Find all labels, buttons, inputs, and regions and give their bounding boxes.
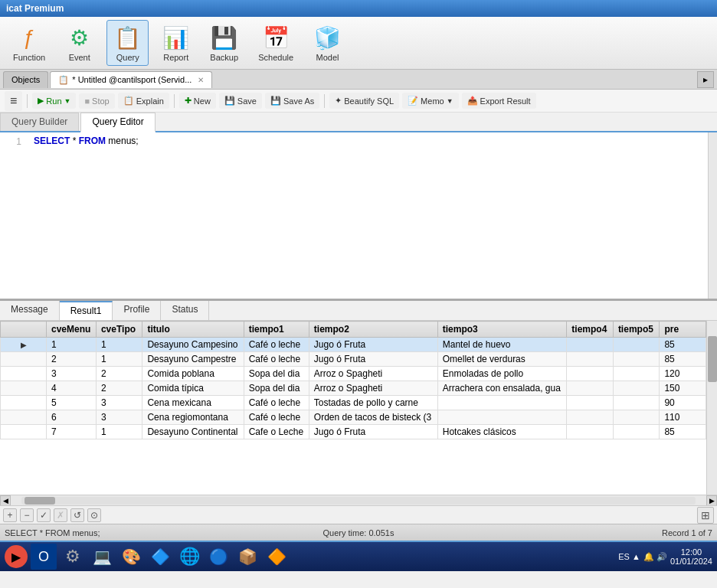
cell-1-8: 85 — [660, 352, 706, 367]
taskbar-edge[interactable]: 🔵 — [205, 544, 231, 570]
col-pre[interactable]: pre — [660, 322, 706, 338]
tab-label-objects: Objects — [11, 75, 40, 84]
editor-scrollbar[interactable] — [708, 132, 717, 299]
col-cvetipo[interactable]: cveTipo — [96, 322, 142, 338]
horizontal-scrollbar[interactable]: ◀ ▶ — [0, 495, 717, 505]
cell-3-8: 150 — [660, 381, 706, 396]
taskbar-paint[interactable]: 🎨 — [118, 544, 144, 570]
col-tiempo2[interactable]: tiempo2 — [309, 322, 437, 338]
table-row[interactable]: ▶11Desayuno CampesinoCafé o lecheJugo ó … — [1, 338, 706, 352]
hscroll-track[interactable] — [21, 497, 696, 505]
hamburger-menu[interactable]: ≡ — [5, 91, 22, 111]
col-tiempo5[interactable]: tiempo5 — [613, 322, 660, 338]
tab-query-editor[interactable]: Query Editor — [80, 113, 155, 132]
data-table-container[interactable]: cveMenu cveTipo titulo tiempo1 tiempo2 t… — [0, 321, 717, 495]
col-tiempo1[interactable]: tiempo1 — [244, 322, 309, 338]
grid-view-button[interactable]: ⊞ — [697, 507, 714, 524]
cell-5-5 — [437, 410, 567, 425]
cell-4-0: 5 — [47, 396, 97, 410]
explain-button[interactable]: 📋 Explain — [118, 93, 169, 109]
cell-3-7 — [613, 381, 660, 396]
confirm-button[interactable]: ✓ — [37, 508, 51, 522]
cell-2-1: 2 — [96, 367, 142, 381]
save-button[interactable]: 💾 Save — [219, 93, 262, 109]
tab-status[interactable]: Status — [161, 301, 209, 320]
ribbon-btn-event[interactable]: ⚙ Event — [58, 20, 100, 66]
title-text: icat Premium — [6, 3, 64, 14]
tab-actions[interactable]: ▸ — [697, 71, 714, 88]
ribbon-btn-function[interactable]: ƒ Function — [6, 20, 52, 66]
delete-row-button[interactable]: − — [20, 508, 34, 522]
col-titulo[interactable]: titulo — [142, 322, 244, 338]
col-tiempo4[interactable]: tiempo4 — [567, 322, 614, 338]
ribbon-toolbar: ƒ Function ⚙ Event 📋 Query 📊 Report 💾 Ba… — [0, 17, 717, 69]
cell-1-7 — [613, 352, 660, 367]
hscroll-left[interactable]: ◀ — [0, 495, 11, 506]
tab-query-builder[interactable]: Query Builder — [0, 113, 79, 131]
result-tabs: Message Result1 Profile Status — [0, 301, 717, 321]
taskbar-orange[interactable]: 🔶 — [264, 544, 290, 570]
taskbar-vs[interactable]: 💻 — [89, 544, 115, 570]
scrollbar-thumb[interactable] — [708, 336, 717, 382]
table-row[interactable]: 53Cena mexicanaCafé o lecheTostadas de p… — [1, 396, 706, 410]
col-cvemenu[interactable]: cveMenu — [47, 322, 97, 338]
row-indicator — [1, 381, 47, 396]
taskbar-settings[interactable]: ⚙ — [60, 544, 86, 570]
table-row[interactable]: 42Comida típicaSopa del diaArroz o Spagh… — [1, 381, 706, 396]
hscroll-thumb[interactable] — [25, 497, 55, 505]
table-row[interactable]: 21Desayuno CampestreCafé o lecheJugo ó F… — [1, 352, 706, 367]
tab-item-objects[interactable]: Objects — [3, 71, 48, 88]
tab-result1[interactable]: Result1 — [60, 301, 113, 320]
ribbon-btn-backup[interactable]: 💾 Backup — [203, 20, 245, 66]
table-row[interactable]: 63Cena regiomontanaCafé o lecheOrden de … — [1, 410, 706, 425]
vertical-scrollbar[interactable] — [706, 321, 717, 495]
options-button[interactable]: ⊙ — [87, 508, 101, 522]
taskbar: ▶ O ⚙ 💻 🎨 🔷 🌐 🔵 📦 🔶 ES ▲ 🔔 🔊 12:00 01/01… — [0, 541, 717, 571]
tab-message[interactable]: Message — [0, 301, 60, 320]
tab-profile[interactable]: Profile — [113, 301, 161, 320]
ribbon-btn-model[interactable]: 🧊 Model — [306, 20, 349, 66]
taskbar-chrome[interactable]: 🌐 — [176, 544, 202, 570]
row-indicator — [1, 367, 47, 381]
cell-3-1: 2 — [96, 381, 142, 396]
new-button[interactable]: ✚ New — [179, 93, 216, 109]
cancel-button[interactable]: ✗ — [54, 508, 67, 522]
new-label: New — [194, 96, 211, 106]
tab-icon-untitled: 📋 — [58, 75, 69, 85]
cell-0-0: 1 — [47, 338, 97, 352]
beautify-button[interactable]: ✦ Beautify SQL — [329, 93, 399, 109]
run-button[interactable]: ▶ Run ▼ — [32, 93, 76, 109]
taskbar-blue1[interactable]: 🔷 — [147, 544, 173, 570]
cell-3-5: Arrachera con ensalada, gua — [437, 381, 567, 396]
col-tiempo3[interactable]: tiempo3 — [437, 322, 567, 338]
cell-2-6 — [567, 367, 614, 381]
export-result-button[interactable]: 📤 Export Result — [462, 93, 536, 109]
hscroll-right[interactable]: ▶ — [706, 495, 717, 506]
refresh-button[interactable]: ↺ — [70, 508, 84, 522]
ribbon-label-schedule: Schedule — [258, 53, 293, 62]
table-row[interactable]: 32Comida poblanaSopa del diaArroz o Spag… — [1, 367, 706, 381]
memo-button[interactable]: 📝 Memo ▼ — [402, 93, 458, 109]
cell-2-7 — [613, 367, 660, 381]
cell-3-4: Arroz o Spagheti — [309, 381, 437, 396]
cell-0-6 — [567, 338, 614, 352]
tab-close-untitled[interactable]: ✕ — [198, 76, 204, 84]
tab-item-untitled[interactable]: 📋* Untitled @cantilsport (Servid...✕ — [50, 71, 212, 88]
save-as-button[interactable]: 💾 Save As — [265, 93, 319, 109]
editor-area[interactable]: 1 SELECT * FROM menus; — [0, 132, 717, 301]
view-tabs: Query Builder Query Editor — [0, 113, 717, 132]
stop-button[interactable]: ■ Stop — [79, 93, 114, 109]
new-tab-btn[interactable]: ▸ — [697, 71, 714, 88]
cell-4-4: Tostadas de pollo y carne — [309, 396, 437, 410]
ribbon-btn-query[interactable]: 📋 Query — [106, 20, 149, 66]
ribbon-btn-report[interactable]: 📊 Report — [155, 20, 197, 66]
cell-1-0: 2 — [47, 352, 97, 367]
table-row[interactable]: 71Desayuno ContinentalCafe o LecheJugo ó… — [1, 425, 706, 439]
editor-content: 1 SELECT * FROM menus; — [0, 132, 717, 150]
add-row-button[interactable]: + — [3, 508, 17, 522]
taskbar-start[interactable]: ▶ — [5, 545, 28, 568]
taskbar-outlook[interactable]: O — [31, 544, 57, 570]
taskbar-pkg[interactable]: 📦 — [234, 544, 260, 570]
memo-icon: 📝 — [408, 96, 418, 106]
ribbon-btn-schedule[interactable]: 📅 Schedule — [251, 20, 300, 66]
